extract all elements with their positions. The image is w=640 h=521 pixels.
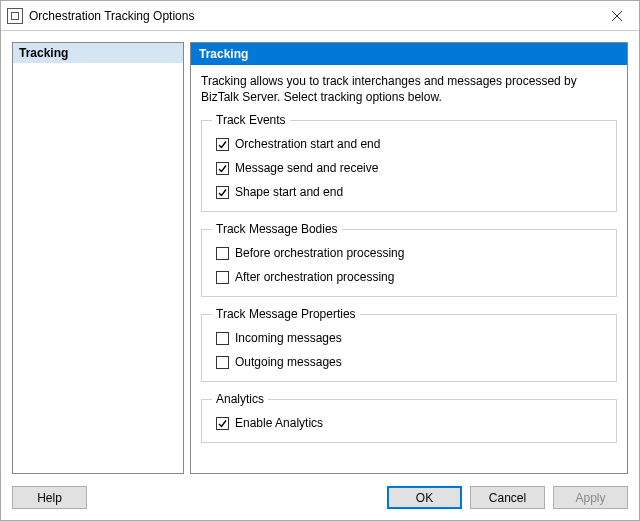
- group-track-message-bodies: Track Message Bodies Before orchestratio…: [201, 222, 617, 297]
- button-bar: Help OK Cancel Apply: [1, 480, 639, 520]
- checkbox-enable-analytics[interactable]: [216, 417, 229, 430]
- checkbox-row: Shape start and end: [216, 185, 606, 199]
- checkbox-row: Message send and receive: [216, 161, 606, 175]
- checkbox-label: Before orchestration processing: [235, 246, 404, 260]
- checkbox-row: Orchestration start and end: [216, 137, 606, 151]
- help-button[interactable]: Help: [12, 486, 87, 509]
- checkbox-outgoing-messages[interactable]: [216, 356, 229, 369]
- group-legend: Track Message Properties: [212, 307, 360, 321]
- window-title: Orchestration Tracking Options: [29, 9, 594, 23]
- check-icon: [217, 187, 228, 198]
- checkbox-orch-start-end[interactable]: [216, 138, 229, 151]
- check-icon: [217, 418, 228, 429]
- checkbox-after-processing[interactable]: [216, 271, 229, 284]
- check-icon: [217, 163, 228, 174]
- group-legend: Track Events: [212, 113, 290, 127]
- close-button[interactable]: [594, 1, 639, 30]
- sidebar-item-label: Tracking: [19, 46, 68, 60]
- checkbox-label: Message send and receive: [235, 161, 378, 175]
- checkbox-label: Outgoing messages: [235, 355, 342, 369]
- group-analytics: Analytics Enable Analytics: [201, 392, 617, 443]
- checkbox-label: Enable Analytics: [235, 416, 323, 430]
- group-track-message-properties: Track Message Properties Incoming messag…: [201, 307, 617, 382]
- checkbox-row: Before orchestration processing: [216, 246, 606, 260]
- checkbox-label: After orchestration processing: [235, 270, 394, 284]
- dialog-window: Orchestration Tracking Options Tracking …: [0, 0, 640, 521]
- checkbox-label: Shape start and end: [235, 185, 343, 199]
- sidebar-item-tracking[interactable]: Tracking: [13, 43, 183, 63]
- close-icon: [612, 11, 622, 21]
- panel-header: Tracking: [191, 43, 627, 65]
- titlebar: Orchestration Tracking Options: [1, 1, 639, 31]
- checkbox-label: Incoming messages: [235, 331, 342, 345]
- panel-body: Tracking allows you to track interchange…: [191, 65, 627, 463]
- checkbox-before-processing[interactable]: [216, 247, 229, 260]
- checkbox-row: Incoming messages: [216, 331, 606, 345]
- app-icon: [7, 8, 23, 24]
- apply-button[interactable]: Apply: [553, 486, 628, 509]
- checkbox-msg-send-receive[interactable]: [216, 162, 229, 175]
- group-legend: Analytics: [212, 392, 268, 406]
- checkbox-row: Enable Analytics: [216, 416, 606, 430]
- panel-description: Tracking allows you to track interchange…: [201, 73, 617, 105]
- main-panel: Tracking Tracking allows you to track in…: [190, 42, 628, 474]
- cancel-button[interactable]: Cancel: [470, 486, 545, 509]
- group-legend: Track Message Bodies: [212, 222, 342, 236]
- checkbox-incoming-messages[interactable]: [216, 332, 229, 345]
- checkbox-shape-start-end[interactable]: [216, 186, 229, 199]
- group-track-events: Track Events Orchestration start and end…: [201, 113, 617, 212]
- ok-button[interactable]: OK: [387, 486, 462, 509]
- category-sidebar: Tracking: [12, 42, 184, 474]
- check-icon: [217, 139, 228, 150]
- checkbox-row: Outgoing messages: [216, 355, 606, 369]
- checkbox-label: Orchestration start and end: [235, 137, 380, 151]
- dialog-body: Tracking Tracking Tracking allows you to…: [1, 31, 639, 480]
- checkbox-row: After orchestration processing: [216, 270, 606, 284]
